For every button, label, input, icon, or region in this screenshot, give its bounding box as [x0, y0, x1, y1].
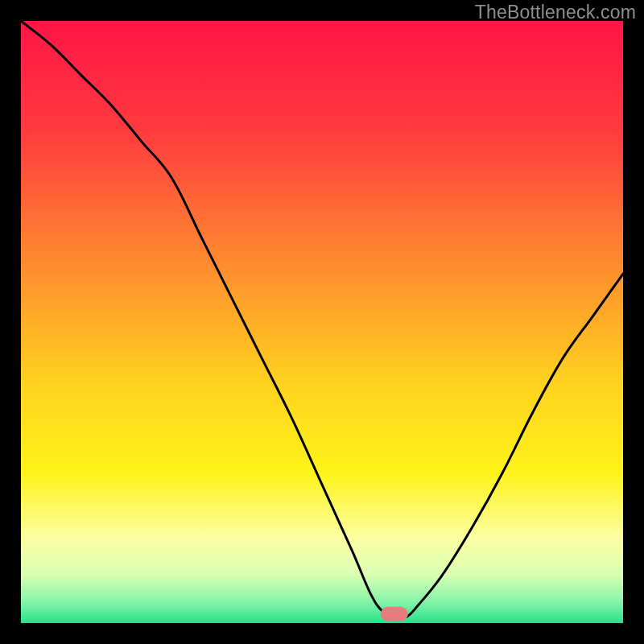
plot-area	[21, 21, 623, 623]
optimal-point-marker	[381, 607, 408, 621]
gradient-background	[21, 21, 623, 623]
watermark-text: TheBottleneck.com	[475, 2, 636, 23]
chart-svg	[21, 21, 623, 623]
chart-frame: TheBottleneck.com	[0, 0, 644, 644]
